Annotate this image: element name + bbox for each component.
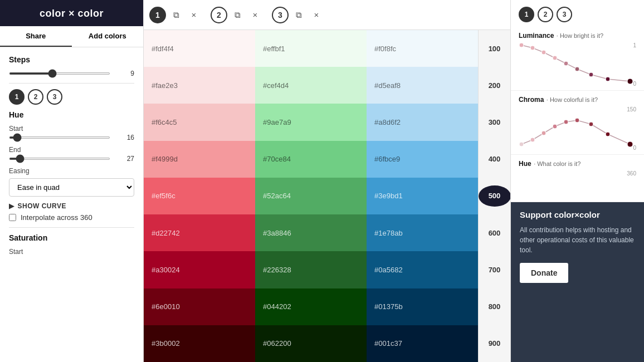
color-cell[interactable]: #f6c4c5 (144, 104, 255, 140)
col-copy-1[interactable]: ⧉ (168, 7, 184, 23)
color-cell[interactable]: #01375b (367, 288, 478, 325)
row-label: 100 (479, 45, 511, 53)
luminance-svg (519, 42, 636, 84)
col-group-1: 1 ⧉ × (149, 7, 202, 23)
color-cell[interactable]: #52ac64 (255, 178, 367, 214)
hue-end-row: 27 (9, 155, 134, 163)
donate-button[interactable]: Donate (520, 263, 568, 283)
app-title: color × color (0, 0, 143, 26)
svg-point-6 (589, 72, 593, 77)
svg-point-1 (530, 46, 535, 50)
steps-row: 9 (9, 70, 134, 77)
color-cell[interactable]: #cef4d4 (255, 67, 367, 104)
table-row: #fdf4f4#effbf1#f0f8fc100 (144, 30, 510, 67)
svg-point-14 (575, 118, 579, 123)
saturation-start-label: Start (9, 248, 134, 256)
color-tab-3[interactable]: 3 (47, 89, 62, 105)
color-cell[interactable]: #a30024 (144, 251, 255, 288)
col-close-1[interactable]: × (186, 7, 202, 23)
color-cell[interactable]: #f0f8fc (367, 30, 478, 67)
svg-point-10 (530, 138, 535, 142)
show-curve-row[interactable]: ▶ SHOW CURVE (9, 202, 134, 210)
color-cell[interactable]: #226328 (255, 251, 367, 288)
interpolate-checkbox[interactable] (9, 214, 16, 221)
color-cell[interactable]: #effbf1 (255, 30, 367, 67)
right-tab-1[interactable]: 1 (519, 7, 534, 22)
color-cell[interactable]: #3a8846 (255, 214, 367, 251)
table-row: #d22742#3a8846#1e78ab600 (144, 214, 510, 251)
row-label-wrap: 300 (478, 104, 510, 140)
svg-point-12 (553, 124, 557, 129)
luminance-max: 1 (633, 42, 636, 48)
svg-point-13 (564, 120, 568, 124)
color-cell[interactable]: #d22742 (144, 214, 255, 251)
color-cell[interactable]: #001c37 (367, 325, 478, 362)
support-text: All contribution helps with hosting and … (520, 225, 635, 255)
table-row: #a30024#226328#0a5682700 (144, 251, 510, 288)
color-cell[interactable]: #d5eaf8 (367, 67, 478, 104)
support-title: Support color×color (520, 210, 635, 219)
luminance-title: Luminance (519, 32, 554, 40)
steps-slider[interactable] (9, 72, 110, 75)
col-badge-3[interactable]: 3 (272, 7, 289, 23)
color-cell[interactable]: #3e9bd1 (367, 178, 478, 214)
color-cell[interactable]: #1e78ab (367, 214, 478, 251)
luminance-min: 0 (633, 81, 636, 87)
steps-label: Steps (9, 55, 134, 64)
chroma-title: Chroma (519, 96, 544, 104)
luminance-section: Luminance · How bright is it? 1 0 (511, 27, 644, 91)
row-label-wrap: 700 (478, 251, 510, 288)
color-cell[interactable]: #f4999d (144, 141, 255, 178)
svg-point-9 (519, 142, 524, 146)
right-tab-2[interactable]: 2 (538, 7, 553, 22)
hue-chart-subtitle: · What color is it? (534, 160, 580, 167)
row-label-wrap: 600 (478, 214, 510, 251)
color-cell[interactable]: #70ce84 (255, 141, 367, 178)
hue-start-row: 16 (9, 134, 134, 141)
right-tabs: 1 2 3 (519, 7, 572, 22)
steps-value: 9 (115, 70, 134, 77)
color-tab-2[interactable]: 2 (28, 89, 43, 105)
color-cell[interactable]: #fae2e3 (144, 67, 255, 104)
col-badge-2[interactable]: 2 (211, 7, 227, 23)
add-colors-button[interactable]: Add colors (72, 26, 144, 47)
hue-start-label: Start (9, 125, 134, 133)
hue-end-label: End (9, 146, 134, 154)
color-cell[interactable]: #6fbce9 (367, 141, 478, 178)
chroma-min: 0 (633, 145, 636, 151)
svg-point-17 (627, 141, 633, 147)
share-button[interactable]: Share (0, 26, 72, 47)
color-cell[interactable]: #ef5f6c (144, 178, 255, 214)
table-row: #fae2e3#cef4d4#d5eaf8200 (144, 67, 510, 104)
right-header: 1 2 3 (511, 0, 644, 27)
svg-point-8 (627, 79, 633, 84)
color-cell[interactable]: #9ae7a9 (255, 104, 367, 140)
color-cell[interactable]: #062200 (255, 325, 367, 362)
color-cell[interactable]: #fdf4f4 (144, 30, 255, 67)
color-cell[interactable]: #3b0002 (144, 325, 255, 362)
col-copy-3[interactable]: ⧉ (291, 7, 306, 23)
color-tabs: 1 2 3 (9, 89, 134, 105)
row-label: 600 (479, 229, 511, 237)
right-tab-3[interactable]: 3 (557, 7, 572, 22)
col-close-2[interactable]: × (247, 7, 263, 23)
col-close-3[interactable]: × (309, 7, 324, 23)
color-tab-1[interactable]: 1 (9, 89, 25, 105)
hue-max: 360 (627, 170, 636, 177)
easing-select[interactable]: Linear Ease in quad Ease out quad Ease i… (9, 178, 134, 197)
color-cell[interactable]: #0a5682 (367, 251, 478, 288)
interpolate-label: Interpolate across 360 (21, 213, 92, 222)
col-badge-1[interactable]: 1 (149, 7, 166, 23)
color-grid: #fdf4f4#effbf1#f0f8fc100#fae2e3#cef4d4#d… (144, 30, 510, 362)
hue-start-slider[interactable] (9, 136, 110, 139)
color-cell[interactable]: #6e0010 (144, 288, 255, 325)
color-cell[interactable]: #a8d6f2 (367, 104, 478, 140)
color-cell[interactable]: #044202 (255, 288, 367, 325)
hue-end-slider[interactable] (9, 158, 110, 160)
luminance-subtitle: · How bright is it? (557, 32, 603, 39)
interpolate-row: Interpolate across 360 (9, 213, 134, 222)
col-copy-2[interactable]: ⧉ (230, 7, 245, 23)
sidebar-content: Steps 9 1 2 3 Hue Start 16 End 27 Easing… (0, 47, 143, 362)
row-label: 200 (479, 81, 511, 90)
svg-point-7 (606, 77, 610, 81)
